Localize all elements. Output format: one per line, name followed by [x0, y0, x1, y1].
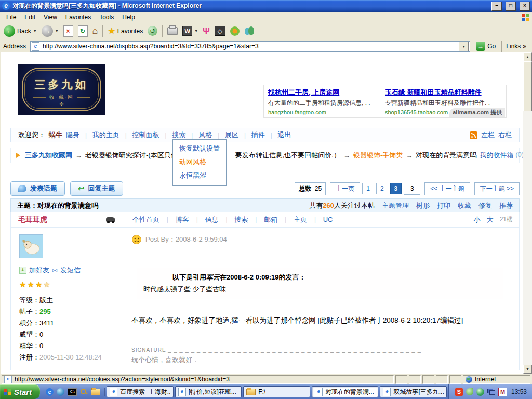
tab-profile[interactable]: 个性首页	[132, 215, 159, 224]
tab-mail[interactable]: 邮箱	[264, 215, 277, 224]
plugin-button-3[interactable]	[229, 25, 241, 37]
new-topic-button[interactable]: 发表话题	[10, 181, 65, 196]
userbar-link-controlpanel[interactable]: 控制面板	[132, 130, 159, 140]
style-menu-item-dvbbs[interactable]: 动网风格	[179, 157, 226, 167]
menu-help[interactable]: Help	[118, 12, 139, 22]
font-small-link[interactable]: 小	[474, 215, 481, 224]
menu-tools[interactable]: Tools	[95, 12, 118, 22]
menu-favorites[interactable]: Favorites	[61, 12, 95, 22]
menu-view[interactable]: View	[39, 12, 61, 22]
current-username[interactable]: 蜗牛	[49, 130, 62, 140]
topic-manage-link[interactable]: 主题管理	[382, 201, 409, 210]
close-button[interactable]: ×	[520, 2, 530, 11]
stop-button[interactable]: ×	[62, 24, 75, 38]
back-button[interactable]: ← Back ▼	[2, 24, 38, 38]
goto-page-input[interactable]	[404, 183, 420, 195]
messenger-button[interactable]	[243, 25, 256, 37]
task-button-vase[interactable]: e [特价,短议]花瓶...	[175, 386, 242, 397]
prev-page-button[interactable]: 上一页	[330, 182, 360, 195]
tab-message[interactable]: 信息	[205, 215, 219, 224]
tab-uc[interactable]: UC	[323, 216, 333, 223]
start-button[interactable]: Start	[0, 384, 40, 399]
task-button-explorer[interactable]: F:\	[243, 386, 310, 397]
left-column-link[interactable]: 左栏	[481, 130, 495, 140]
address-dropdown-icon[interactable]: ▼	[459, 42, 469, 51]
edit-with-word-button[interactable]: W ▼	[181, 25, 200, 37]
userbar-link-hide[interactable]: 隐身	[66, 130, 79, 140]
task-button-baidu[interactable]: e 百度搜索_上海财...	[107, 386, 174, 397]
links-bar[interactable]: Links »	[501, 41, 530, 52]
avatar[interactable]	[19, 234, 43, 258]
tray-sogou-icon[interactable]: S	[455, 388, 463, 396]
refresh-button[interactable]: ↻	[76, 24, 89, 38]
style-menu-item-black[interactable]: 永恒黑涩	[179, 171, 226, 180]
tree-view-link[interactable]: 树形	[416, 201, 430, 210]
ad-title-link[interactable]: 玉石缘 新疆和田玉精品籽料雕件	[385, 88, 502, 97]
userbar-link-gallery[interactable]: 展区	[225, 130, 238, 140]
ad-title-link[interactable]: 找杭州二手房, 上房途网	[268, 88, 385, 97]
minimize-button[interactable]: –	[491, 2, 502, 11]
right-column-link[interactable]: 右栏	[498, 130, 512, 140]
userbar-link-logout[interactable]: 退出	[277, 130, 291, 140]
next-topic-button[interactable]: 下一主题 >>	[474, 182, 520, 195]
quicklaunch-ie-icon[interactable]: e	[46, 388, 54, 396]
task-button-story[interactable]: e 双城故事[三多九...	[380, 386, 447, 397]
userbar-link-style[interactable]: 风格	[198, 130, 212, 140]
inbox-link[interactable]: 我的收件箱	[480, 151, 513, 160]
userbar-link-plugins[interactable]: 插件	[251, 130, 265, 140]
history-button[interactable]: ↺	[146, 25, 159, 37]
separator: ｜	[253, 216, 259, 223]
favorite-link[interactable]: 收藏	[458, 201, 471, 210]
menu-file[interactable]: File	[2, 12, 20, 22]
userbar-link-homepage[interactable]: 我的主页	[92, 130, 119, 140]
quicklaunch-key-icon[interactable]	[80, 388, 88, 396]
tab-homepage[interactable]: 主页	[294, 215, 307, 224]
page-1-link[interactable]: 1	[362, 183, 374, 194]
quote-title: 以下是引用军云在2008-6-2 0:09:19的发言：	[143, 273, 497, 282]
quicklaunch-cmd-icon[interactable]: C:\	[68, 388, 77, 396]
tray-ball-icon[interactable]	[476, 388, 484, 396]
tab-blog[interactable]: 博客	[176, 215, 189, 224]
rss-icon[interactable]	[470, 131, 477, 139]
style-menu-item-default[interactable]: 恢复默认设置	[179, 144, 226, 153]
quicklaunch-folder-icon[interactable]	[91, 389, 100, 395]
add-friend-link[interactable]: 加好友	[29, 265, 49, 275]
address-input[interactable]	[42, 42, 457, 50]
menu-edit[interactable]: Edit	[20, 12, 39, 22]
reply-button[interactable]: ↩ 回复主题	[70, 181, 123, 196]
post-author[interactable]: 毛茸茸虎	[18, 215, 47, 224]
breadcrumb-subforum-link[interactable]: 银器银饰-手饰类	[353, 151, 403, 160]
scroll-up-button[interactable]: ▲	[523, 52, 532, 61]
tray-network-icon[interactable]	[487, 389, 495, 395]
userbar-link-search[interactable]: 搜索	[172, 130, 185, 140]
go-button[interactable]: → Go	[473, 41, 499, 52]
page-2-link[interactable]: 2	[376, 183, 388, 194]
restore-button[interactable]: □	[506, 2, 516, 11]
task-button-current[interactable]: e 对现在的背景满...	[312, 386, 379, 397]
forward-button[interactable]: → ▼	[40, 24, 60, 38]
prev-topic-button[interactable]: << 上一主题	[424, 182, 470, 195]
word-dropdown-icon[interactable]: ▼	[194, 29, 198, 33]
tray-green-icon[interactable]	[466, 388, 473, 395]
print-link[interactable]: 打印	[437, 201, 450, 210]
ad-url[interactable]: hangzhou.fangtoo.com	[268, 109, 385, 115]
repair-link[interactable]: 修复	[478, 201, 492, 210]
breadcrumb-root-link[interactable]: 三多九如收藏网	[25, 151, 72, 160]
print-button[interactable]	[166, 26, 179, 36]
back-dropdown-icon[interactable]: ▼	[33, 29, 37, 33]
plugin-button-1[interactable]: Ψ	[201, 25, 211, 37]
forward-dropdown-icon[interactable]: ▼	[55, 29, 59, 33]
vertical-scrollbar[interactable]: ▲ ▼	[523, 52, 532, 374]
site-logo[interactable]: 三多九如 收·藏·网 ✣	[18, 64, 105, 115]
tab-search[interactable]: 搜索	[234, 215, 248, 224]
home-button[interactable]: ⌂	[91, 24, 100, 37]
quicklaunch-msn-icon[interactable]	[57, 388, 64, 396]
scrollbar-thumb[interactable]	[523, 61, 532, 111]
favorites-button[interactable]: ★ Favorites	[106, 25, 144, 37]
recommend-link[interactable]: 推荐	[499, 201, 513, 210]
font-large-link[interactable]: 大	[487, 215, 494, 224]
plugin-button-2[interactable]: ◇	[213, 25, 227, 37]
scroll-down-button[interactable]: ▼	[523, 365, 532, 374]
tray-maxthon-icon[interactable]: M	[498, 388, 507, 396]
send-sms-link[interactable]: 发短信	[60, 265, 81, 275]
